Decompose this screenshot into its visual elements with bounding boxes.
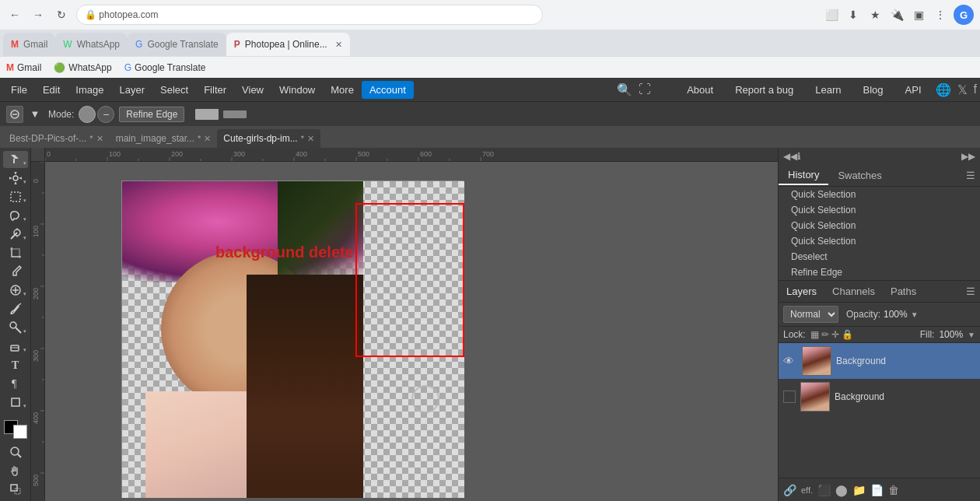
menu-window[interactable]: Window (271, 81, 323, 99)
twitter-icon[interactable]: 𝕏 (957, 82, 968, 97)
menu-image[interactable]: Image (68, 81, 111, 99)
menu-view[interactable]: View (234, 81, 271, 99)
tab-whatsapp[interactable]: W WhatsApp (55, 33, 128, 56)
window-icon[interactable]: ▣ (910, 6, 927, 23)
doc-tab-3-close[interactable]: ✕ (307, 134, 314, 144)
menu-icon[interactable]: ⋮ (932, 6, 949, 23)
menu-filter[interactable]: Filter (196, 81, 234, 99)
shape-tool[interactable]: ▾ (3, 394, 28, 411)
layer-item-2[interactable]: Background (779, 379, 980, 415)
menu-more[interactable]: More (323, 81, 362, 99)
pen-tool[interactable]: ¶ (3, 375, 28, 392)
mode-add-btn[interactable] (79, 106, 96, 123)
menu-layer[interactable]: Layer (112, 81, 153, 99)
mask-icon[interactable]: ⬛ (817, 484, 831, 496)
menu-learn[interactable]: Learn (807, 81, 849, 99)
info-icon[interactable]: ℹ (797, 151, 801, 162)
zoom-tool[interactable] (3, 443, 28, 461)
eyedropper-tool[interactable] (3, 263, 28, 280)
new-layer-icon[interactable]: 📄 (870, 484, 884, 496)
tab-gmail[interactable]: M Gmail (3, 33, 55, 56)
opacity-dropdown-icon[interactable]: ▼ (911, 310, 919, 319)
fullscreen-icon[interactable]: ⛶ (639, 82, 651, 96)
layer-1-visibility-icon[interactable]: 👁 (783, 355, 797, 367)
quick-selection-tool[interactable]: ▾ (3, 151, 28, 168)
delete-layer-icon[interactable]: 🗑 (888, 484, 899, 496)
bookmark-icon[interactable]: ★ (866, 6, 884, 23)
tab-google-translate[interactable]: G Google Translate (128, 33, 226, 56)
refine-edge-button[interactable]: Refine Edge (119, 107, 184, 122)
history-item-6[interactable]: Refine Edge (779, 265, 980, 280)
hand-tool[interactable] (3, 462, 28, 479)
forward-button[interactable]: → (30, 6, 47, 23)
color-swatch[interactable] (4, 420, 27, 439)
layers-menu-btn[interactable]: ☰ (966, 286, 975, 297)
search-icon[interactable]: 🔍 (617, 82, 632, 97)
blend-mode-select[interactable]: Normal Multiply Screen (783, 306, 838, 323)
menu-select[interactable]: Select (152, 81, 196, 99)
history-item-4[interactable]: Quick Selection (779, 233, 980, 249)
history-tab[interactable]: History (779, 166, 828, 185)
menu-blog[interactable]: Blog (856, 81, 891, 99)
lasso-tool[interactable]: ▾ (3, 207, 28, 224)
eraser-tool[interactable]: ▾ (3, 338, 28, 355)
history-menu-btn[interactable]: ☰ (966, 170, 975, 181)
magic-wand-tool[interactable]: ▾ (3, 226, 28, 243)
paths-tab[interactable]: Paths (883, 282, 924, 300)
layers-tab[interactable]: Layers (779, 282, 824, 300)
marquee-tool[interactable]: ▾ (3, 188, 28, 205)
facebook-icon[interactable]: f (974, 82, 977, 96)
healing-tool[interactable]: ▾ (3, 282, 28, 299)
layer-item-1[interactable]: 👁 Background (779, 343, 980, 379)
crop-tool[interactable] (3, 244, 28, 261)
tab-close-icon[interactable]: ✕ (335, 40, 342, 50)
doc-tab-2-close[interactable]: ✕ (204, 134, 211, 144)
canvas-image[interactable]: background delete (121, 180, 464, 498)
channels-tab[interactable]: Channels (824, 282, 883, 300)
tool-arrow-icon[interactable]: ▼ (26, 106, 44, 123)
bookmark-gmail[interactable]: M Gmail (6, 62, 41, 73)
fill-dropdown-icon[interactable]: ▼ (968, 331, 975, 339)
adjustment-icon[interactable]: ⬤ (835, 484, 848, 496)
doc-tab-2[interactable]: main_image_star... * ✕ (110, 129, 218, 148)
doc-tab-3[interactable]: Cute-girls-dp-im... * ✕ (217, 129, 320, 148)
lock-edit-icon[interactable]: ✏ (821, 329, 829, 340)
canvas-viewport[interactable]: background delete (51, 168, 775, 498)
transform-tool[interactable] (3, 481, 28, 498)
fx-icon[interactable]: eff. (801, 485, 813, 495)
lock-move-icon[interactable]: ✛ (831, 329, 839, 340)
tab-photopea[interactable]: P Photopea | Online... ✕ (226, 33, 350, 56)
menu-account[interactable]: Account (362, 81, 414, 99)
reddit-icon[interactable]: 🌐 (936, 82, 951, 97)
history-item-5[interactable]: Deselect (779, 249, 980, 265)
menu-api[interactable]: API (898, 81, 929, 99)
url-bar[interactable]: 🔒 photopea.com (76, 5, 543, 25)
brush-size-small[interactable] (195, 109, 219, 120)
history-item-2[interactable]: Quick Selection (779, 202, 980, 218)
link-layers-icon[interactable]: 🔗 (783, 484, 796, 496)
mode-sub-btn[interactable]: − (97, 106, 114, 123)
brush-size-large[interactable] (223, 110, 247, 118)
doc-tab-1-close[interactable]: ✕ (96, 134, 103, 144)
text-tool[interactable]: T (3, 356, 28, 373)
tool-options-icon[interactable] (6, 106, 23, 123)
collapse-right-icon[interactable]: ▶▶ (961, 151, 975, 162)
menu-file[interactable]: File (3, 81, 35, 99)
bookmark-translate[interactable]: G Google Translate (124, 62, 206, 73)
download-icon[interactable]: ⬇ (845, 6, 862, 23)
extension-icon[interactable]: 🔌 (888, 6, 905, 23)
profile-button[interactable]: G (954, 5, 974, 25)
lock-all-icon[interactable]: 🔒 (842, 329, 853, 340)
clone-stamp-tool[interactable]: ▾ (3, 319, 28, 336)
move-tool[interactable]: ▾ (3, 170, 28, 187)
layer-2-visibility-box[interactable] (783, 391, 796, 403)
tab-search-icon[interactable]: ⬜ (823, 6, 840, 23)
folder-icon[interactable]: 📁 (852, 484, 866, 496)
menu-edit[interactable]: Edit (35, 81, 68, 99)
swatches-tab[interactable]: Swatches (828, 166, 891, 184)
doc-tab-1[interactable]: Best-DP-Pics-of-... * ✕ (3, 129, 110, 148)
bookmark-whatsapp[interactable]: 🟢 WhatsApp (54, 62, 111, 73)
lock-checkerboard-icon[interactable]: ▦ (810, 329, 819, 340)
history-item-3[interactable]: Quick Selection (779, 218, 980, 233)
back-button[interactable]: ← (6, 6, 23, 23)
